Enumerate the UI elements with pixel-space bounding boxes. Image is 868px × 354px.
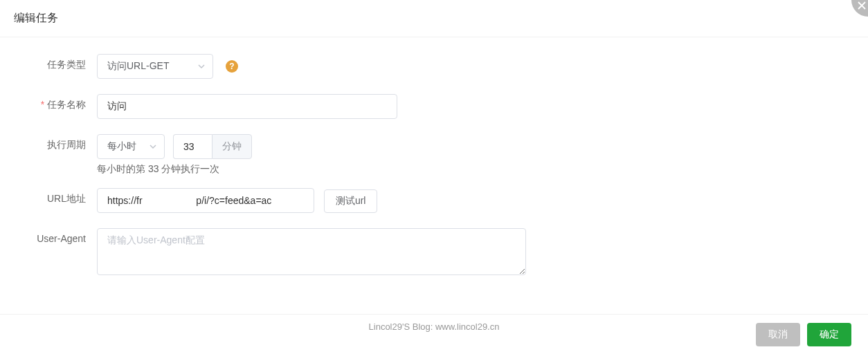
select-task-type-value: 访问URL-GET [107,60,169,73]
chevron-down-icon [197,62,206,71]
footer-watermark: Lincol29'S Blog: www.lincol29.cn [369,322,500,332]
input-task-name[interactable] [97,94,397,119]
row-user-agent: User-Agent [28,228,840,277]
row-url: URL地址 测试url [28,188,840,213]
test-url-button[interactable]: 测试url [324,189,378,213]
row-task-name: 任务名称 [28,94,840,119]
label-url: URL地址 [28,188,97,205]
modal-title: 编辑任务 [14,12,58,24]
row-task-type: 任务类型 访问URL-GET ? [28,54,840,79]
input-url[interactable] [97,188,314,213]
minute-group: 分钟 [173,134,252,159]
select-cycle-unit[interactable]: 每小时 [97,134,165,159]
label-user-agent: User-Agent [28,228,97,244]
help-icon[interactable]: ? [226,60,238,73]
row-cycle: 执行周期 每小时 分钟 [28,134,840,159]
input-minute[interactable] [173,134,212,159]
select-cycle-unit-value: 每小时 [107,140,136,153]
label-task-type: 任务类型 [28,54,97,71]
textarea-user-agent[interactable] [97,228,526,275]
label-task-name: 任务名称 [28,94,97,111]
cycle-hint: 每小时的第 33 分钟执行一次 [97,163,840,176]
close-icon [858,1,866,10]
select-task-type[interactable]: 访问URL-GET [97,54,213,79]
modal-footer: Lincol29'S Blog: www.lincol29.cn 取消 确定 [0,314,868,354]
modal-header: 编辑任务 [0,0,868,37]
chevron-down-icon [149,142,157,151]
minute-suffix: 分钟 [212,134,252,159]
form-body: 任务类型 访问URL-GET ? 任务名称 执行周期 每小时 分钟 每小 [0,37,868,277]
cancel-button[interactable]: 取消 [756,323,800,346]
label-cycle: 执行周期 [28,134,97,151]
confirm-button[interactable]: 确定 [807,323,851,346]
